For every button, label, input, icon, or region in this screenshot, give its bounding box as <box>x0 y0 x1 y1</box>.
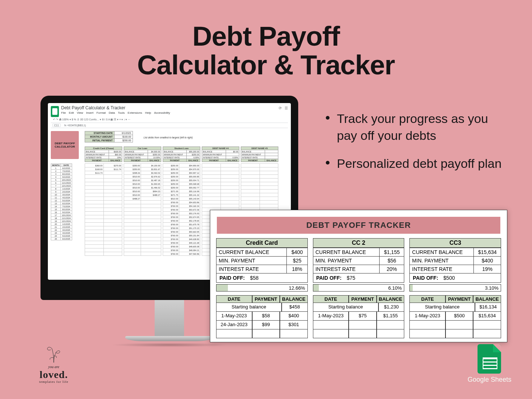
schedule-col: $350.00$4,150.00$350.00$3,831.67$398.26$… <box>124 163 161 256</box>
debt-header-row: Credit Card (Chase)BALANCE$630.00MINIMUM… <box>85 146 291 162</box>
sheets-file-icon <box>478 344 501 374</box>
paid-off-row: PAID OFF:$75 <box>313 273 405 283</box>
progress-bar: 3.10% <box>409 284 501 292</box>
history-row: 1-May-2023$500$15,634 <box>409 312 501 321</box>
starting-balance-row: Starting balance$458 <box>216 303 308 312</box>
sheets-logo-icon <box>51 106 59 117</box>
google-sheets-badge: Google Sheets <box>468 344 511 384</box>
hint-text: List debts from smallest to largest (lef… <box>144 136 193 139</box>
debt-name: CC 2 <box>313 238 405 248</box>
brand-logo: you are loved. templates for life <box>21 345 87 384</box>
history-header: DATEPAYMENTBALANCE <box>216 295 308 303</box>
debt-header-col: DEBT NAME #4BALANCE$0.00MINIMUM PAYMENTI… <box>202 146 239 162</box>
tracker-column: CC3CURRENT BALANCE$15,634MIN. PAYMENT$40… <box>409 238 501 338</box>
debt-header-col: DEBT NAME #5BALANCEMINIMUM PAYMENTINTERE… <box>241 146 278 162</box>
history-row: 1-May-2023$58$400 <box>216 312 308 321</box>
menu-item[interactable]: Accessibility <box>154 111 170 114</box>
headline-line1: Debt Payoff <box>192 21 339 52</box>
toolbar[interactable]: ↶ ↷ 🖶 100% ▾ $ % .0 .00 123 Comfo… ▾ B I… <box>51 116 288 123</box>
schedule-col: $250.00$54,950.00$250.00$54,970.00$250.0… <box>163 163 200 256</box>
history-row <box>409 329 501 338</box>
months-column: MONTHDATE16/1/202327/1/202338/1/202349/1… <box>51 163 72 240</box>
history-row <box>313 329 405 338</box>
menu-item[interactable]: Help <box>145 111 151 114</box>
schedule-col: $360.00$270.00$160.00$111.74$111.74 <box>85 163 122 256</box>
debt-header-col: Car LoanBALANCE$4,500.00MINIMUM PAYMENT$… <box>124 146 161 162</box>
menu-item[interactable]: Extensions <box>128 111 142 114</box>
cell-reference[interactable]: C11 <box>52 124 61 127</box>
top-right-icons[interactable]: ⟳☰ <box>279 106 288 110</box>
menu-bar[interactable]: FileEditViewInsertFormatDataToolsExtensi… <box>61 111 287 114</box>
debt-header-col: Credit Card (Chase)BALANCE$630.00MINIMUM… <box>85 146 122 162</box>
headline-line2: Calculator & Tracker <box>137 50 395 80</box>
debt-name: Credit Card <box>216 238 308 248</box>
menu-item[interactable]: Tools <box>118 111 125 114</box>
flower-icon <box>43 345 65 363</box>
tracker-column: CC 2CURRENT BALANCE$1,155MIN. PAYMENT$56… <box>313 238 405 338</box>
debt-name: CC3 <box>409 238 501 248</box>
headline: Debt Payoff Calculator & Tracker <box>0 22 532 79</box>
inputs-block[interactable]: STARTING DATE6/1/2023MONTHLY AMOUNT$100.… <box>85 131 133 142</box>
tracker-overlay-card: DEBT PAYOFF TRACKER Credit CardCURRENT B… <box>210 210 507 342</box>
history-row <box>313 321 405 329</box>
history-row <box>216 329 308 338</box>
history-row: 1-May-2023$75$1,155 <box>313 312 405 321</box>
formula-bar[interactable]: C11 fx =EDATE($I$3,1) <box>51 123 288 128</box>
paid-off-row: PAID OFF:$58 <box>216 273 308 283</box>
progress-bar: 6.10% <box>313 284 405 292</box>
feature-bullets: Track your progress as you pay off your … <box>322 110 503 183</box>
menu-item[interactable]: File <box>61 111 66 114</box>
debt-header-col: Student LoanBALANCE$55,200.00MINIMUM PAY… <box>163 146 200 162</box>
menu-item[interactable]: Edit <box>69 111 74 114</box>
menu-item[interactable]: Format <box>96 111 106 114</box>
menu-item[interactable]: Insert <box>86 111 94 114</box>
history-header: DATEPAYMENTBALANCE <box>409 295 501 303</box>
sheet-title-card: DEBT PAYOFFCALCULATOR <box>51 131 79 159</box>
bullet-item: Personalized debt payoff plan <box>322 155 503 172</box>
starting-balance-row: Starting balance$16,134 <box>409 303 501 312</box>
history-row <box>409 321 501 329</box>
bullet-item: Track your progress as you pay off your … <box>322 110 503 144</box>
paid-off-row: PAID OFF:$500 <box>409 273 501 283</box>
history-header: DATEPAYMENTBALANCE <box>313 295 405 303</box>
doc-title[interactable]: Debt Payoff Calculator & Tracker <box>61 105 287 110</box>
tracker-title: DEBT PAYOFF TRACKER <box>217 217 500 234</box>
starting-balance-row: Starting balance$1,230 <box>313 303 405 312</box>
formula-text: fx =EDATE($I$3,1) <box>64 124 86 127</box>
menu-item[interactable]: Data <box>109 111 115 114</box>
history-row: 24-Jan-2023$99$301 <box>216 321 308 329</box>
tracker-column: Credit CardCURRENT BALANCE$400MIN. PAYME… <box>216 238 308 338</box>
menu-item[interactable]: View <box>77 111 83 114</box>
progress-bar: 12.66% <box>216 284 308 292</box>
